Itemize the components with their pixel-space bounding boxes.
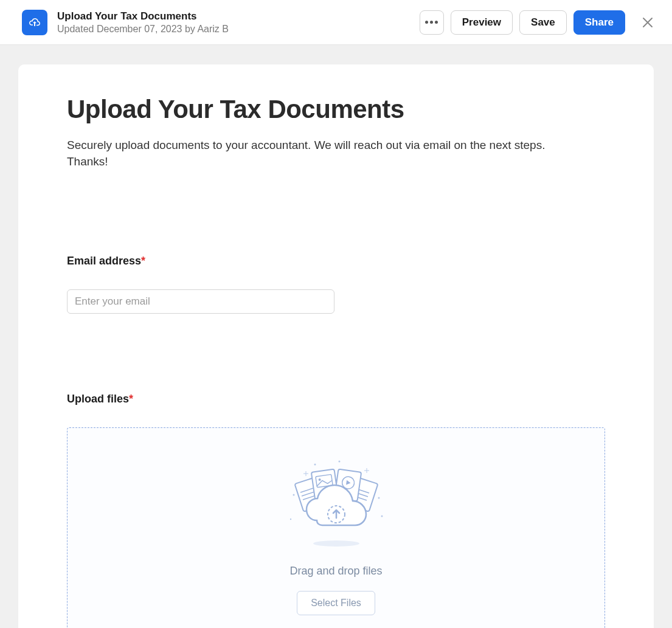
save-button[interactable]: Save — [519, 10, 567, 35]
title-block: Upload Your Tax Documents Updated Decemb… — [57, 10, 229, 35]
select-files-button[interactable]: Select Files — [297, 591, 375, 615]
app-logo — [22, 10, 47, 35]
upload-dropzone[interactable]: Drag and drop files Select Files — [67, 427, 605, 628]
upload-illustration-icon — [282, 458, 391, 553]
page-title: Upload Your Tax Documents — [67, 95, 605, 124]
main-area: Upload Your Tax Documents Securely uploa… — [0, 45, 672, 628]
email-input[interactable] — [67, 289, 334, 314]
share-button[interactable]: Share — [573, 10, 625, 35]
svg-point-2 — [378, 497, 379, 499]
email-label: Email address* — [67, 255, 605, 267]
upload-field-group: Upload files* — [67, 393, 605, 628]
required-indicator: * — [141, 255, 145, 267]
svg-point-5 — [338, 461, 340, 463]
close-icon — [642, 17, 653, 28]
drop-text: Drag and drop files — [289, 565, 382, 578]
header-left: Upload Your Tax Documents Updated Decemb… — [22, 10, 229, 35]
svg-point-22 — [313, 540, 359, 547]
cloud-upload-icon — [27, 15, 42, 30]
top-header: Upload Your Tax Documents Updated Decemb… — [0, 0, 672, 45]
upload-label: Upload files* — [67, 393, 605, 405]
svg-point-4 — [314, 464, 316, 466]
page-description: Securely upload documents to your accoun… — [67, 137, 572, 170]
svg-point-0 — [293, 494, 294, 496]
doc-meta: Updated December 07, 2023 by Aariz B — [57, 24, 229, 35]
email-field-group: Email address* — [67, 255, 605, 314]
more-options-button[interactable] — [420, 10, 444, 35]
ellipsis-icon — [425, 21, 438, 24]
upload-label-text: Upload files — [67, 393, 129, 405]
svg-point-7 — [289, 519, 291, 520]
form-card: Upload Your Tax Documents Securely uploa… — [18, 64, 654, 628]
header-right: Preview Save Share — [420, 10, 660, 35]
email-label-text: Email address — [67, 255, 141, 267]
doc-title: Upload Your Tax Documents — [57, 10, 229, 22]
svg-point-6 — [381, 516, 383, 517]
preview-button[interactable]: Preview — [451, 10, 513, 35]
required-indicator: * — [129, 393, 133, 405]
close-button[interactable] — [636, 10, 660, 35]
